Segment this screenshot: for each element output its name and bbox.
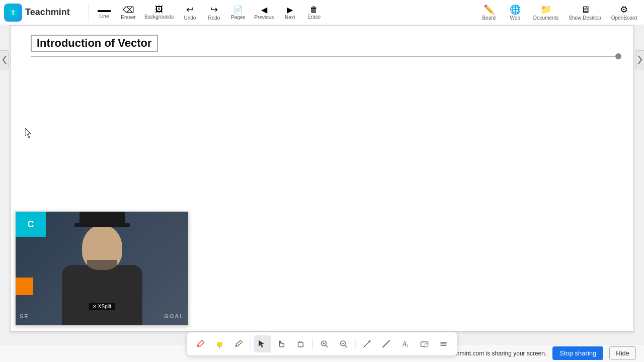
video-overlay: C ✕ XSplit SE GOAL: [15, 211, 189, 326]
erase-icon: 🗑: [310, 5, 318, 14]
toolbar-redo-btn[interactable]: ↪ Redo: [203, 3, 225, 22]
text-tool-btn[interactable]: A: [397, 335, 414, 352]
openboard-label: OpenBoard: [611, 15, 637, 21]
toolbar-documents-btn[interactable]: 📁 Documents: [530, 3, 562, 22]
toolbar-previous-btn[interactable]: ◀ Previous: [251, 4, 277, 21]
chevron-left-icon: [2, 55, 7, 65]
text-icon: A: [401, 339, 410, 348]
person-hat: [79, 211, 125, 227]
next-label: Next: [285, 15, 295, 20]
person-figure: [62, 225, 142, 325]
svg-line-15: [383, 340, 390, 347]
backgrounds-label: Backgrounds: [144, 14, 174, 20]
more-tool-btn[interactable]: [435, 335, 452, 352]
person-head: [82, 225, 122, 270]
board-icon: ✏️: [484, 4, 495, 15]
tool-divider-1: [251, 338, 251, 350]
laser-tool-btn[interactable]: [359, 335, 376, 352]
undo-label: Undo: [184, 15, 196, 21]
toolbar-board-btn[interactable]: ✏️ Board: [478, 3, 500, 22]
redo-label: Redo: [208, 15, 220, 21]
tool-divider-3: [355, 338, 356, 350]
backgrounds-icon: 🖼: [155, 5, 163, 14]
logo-area: T Teachmint: [4, 4, 85, 22]
video-text-right: GOAL: [164, 313, 184, 319]
svg-rect-2: [217, 342, 222, 346]
progress-line: [31, 56, 621, 57]
select-tool-btn[interactable]: [254, 335, 271, 352]
toolbar-web-btn[interactable]: 🌐 Web: [504, 3, 526, 22]
svg-line-11: [345, 345, 347, 347]
documents-label: Documents: [533, 15, 559, 21]
svg-text:T: T: [11, 9, 15, 17]
person-body: [62, 265, 142, 325]
web-label: Web: [510, 15, 520, 21]
next-icon: ▶: [287, 5, 293, 15]
pencil-tool-btn[interactable]: [230, 335, 248, 352]
chevron-right-icon: [637, 55, 642, 65]
pages-icon: 📄: [233, 5, 243, 15]
svg-line-7: [326, 345, 328, 347]
toolbar-backgrounds-btn[interactable]: 🖼 Backgrounds: [141, 4, 177, 21]
toolbar-pages-btn[interactable]: 📄 Pages: [227, 4, 249, 21]
video-orange-box: [16, 278, 33, 295]
highlighter-icon: [215, 339, 224, 348]
pen-tool-btn[interactable]: [192, 335, 209, 352]
documents-icon: 📁: [540, 4, 551, 15]
board-label: Board: [482, 15, 496, 21]
toolbar-next-btn[interactable]: ▶ Next: [279, 4, 301, 21]
previous-icon: ◀: [261, 5, 267, 15]
tool-divider-2: [312, 338, 313, 350]
hand-icon: [277, 339, 286, 348]
previous-label: Previous: [254, 15, 274, 20]
redo-icon: ↪: [210, 4, 218, 15]
stop-sharing-button[interactable]: Stop sharing: [552, 346, 603, 360]
svg-line-13: [364, 341, 370, 347]
pages-label: Pages: [231, 15, 245, 20]
progress-dot: [615, 53, 621, 59]
toolbar-divider-1: [89, 4, 89, 22]
zoom-out-icon: [339, 339, 348, 348]
line-label: Line: [100, 14, 109, 19]
undo-icon: ↩: [186, 4, 194, 15]
hide-button[interactable]: Hide: [609, 346, 636, 360]
erase-label: Erase: [307, 14, 320, 20]
left-panel-toggle[interactable]: [0, 50, 9, 69]
line-squares-icon: ▬▬: [98, 6, 111, 14]
toolbar-erase-btn[interactable]: 🗑 Erase: [303, 4, 325, 21]
pen-icon: [196, 339, 205, 348]
svg-text:A: A: [402, 340, 407, 348]
select-icon: [258, 339, 267, 348]
line-tool-btn[interactable]: [378, 335, 395, 352]
zoom-in-icon: [320, 339, 329, 348]
toolbar-openboard-btn[interactable]: ⚙ OpenBoard: [608, 3, 640, 22]
right-panel-toggle[interactable]: [635, 50, 644, 69]
svg-point-14: [369, 340, 371, 342]
logo-icon: T: [4, 4, 22, 22]
pencil-icon: [234, 339, 244, 348]
toolbar-line-btn[interactable]: ▬▬ Line: [93, 5, 115, 20]
toolbar-undo-btn[interactable]: ↩ Undo: [179, 3, 201, 22]
eraser-label: Eraser: [121, 15, 135, 20]
laser-icon: [363, 339, 372, 348]
app-name: Teachmint: [25, 7, 70, 18]
top-toolbar: T Teachmint ▬▬ Line ⌫ Eraser 🖼 Backgroun…: [0, 0, 644, 25]
highlighter-tool-btn[interactable]: [211, 335, 228, 352]
zoom-in-btn[interactable]: [316, 335, 333, 352]
showdesktop-icon: 🖥: [581, 5, 590, 15]
openboard-icon: ⚙: [620, 4, 628, 15]
hand-tool-btn[interactable]: [273, 335, 290, 352]
toolbar-eraser-btn[interactable]: ⌫ Eraser: [117, 4, 139, 21]
svg-rect-19: [425, 344, 428, 347]
grab-tool-btn[interactable]: [292, 335, 309, 352]
line-draw-icon: [382, 339, 391, 348]
eraser-icon: ⌫: [123, 5, 134, 15]
slide-title: Introduction of Vector: [31, 35, 158, 52]
toolbar-showdesktop-btn[interactable]: 🖥 Show Desktop: [566, 4, 604, 22]
shape-icon: [420, 339, 429, 348]
video-content: C ✕ XSplit SE GOAL: [16, 212, 188, 325]
shape-tool-btn[interactable]: [416, 335, 433, 352]
bottom-toolbar: A: [187, 332, 458, 356]
right-toolbar: ✏️ Board 🌐 Web 📁 Documents 🖥 Show Deskto…: [478, 3, 640, 22]
zoom-out-btn[interactable]: [335, 335, 352, 352]
